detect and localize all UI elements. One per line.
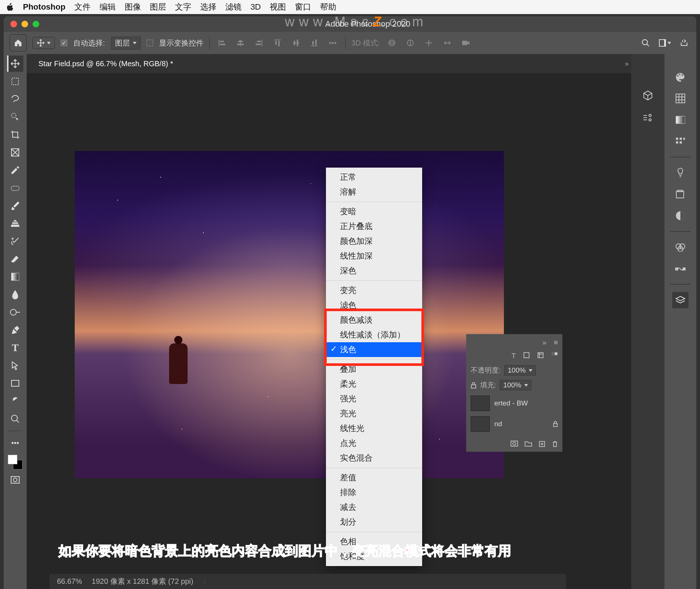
filter-toggle[interactable] [551,352,558,360]
menu-file[interactable]: 文件 [74,1,91,13]
paths-panel-icon[interactable] [672,260,689,277]
pen-tool[interactable] [7,322,23,338]
blend-lighten[interactable]: 变亮 [326,283,422,298]
3d-camera-icon[interactable] [460,37,472,49]
home-button[interactable] [10,34,27,51]
3d-orbit-icon[interactable] [386,37,398,49]
frame-tool[interactable] [7,144,23,161]
3d-roll-icon[interactable] [404,37,417,49]
maximize-window-button[interactable] [33,21,39,27]
eyedropper-tool[interactable] [7,162,23,178]
lock-icon[interactable] [471,382,477,388]
blend-multiply[interactable]: 正片叠底 [326,219,422,234]
align-hcenter-icon[interactable] [234,37,247,49]
blend-dissolve[interactable]: 溶解 [326,185,422,199]
blend-vivid-light[interactable]: 亮光 [326,406,422,421]
add-mask-icon[interactable] [511,441,518,447]
blend-divide[interactable]: 划分 [326,515,422,529]
lasso-tool[interactable] [7,91,23,107]
blend-screen[interactable]: 滤色 [326,298,422,313]
patterns-panel-icon[interactable] [672,133,689,149]
layer-row-bg[interactable]: nd [471,416,558,432]
more-align-icon[interactable]: ••• [327,37,339,49]
apple-icon[interactable] [7,3,14,11]
align-bottom-icon[interactable] [308,37,321,49]
menu-type[interactable]: 文字 [175,1,191,13]
blend-linear-light[interactable]: 线性光 [326,421,422,436]
adjustments-panel-icon[interactable] [672,208,689,224]
menu-layer[interactable]: 图层 [150,1,166,13]
menu-select[interactable]: 选择 [200,1,216,13]
menu-help[interactable]: 帮助 [320,1,336,13]
foreground-color-swatch[interactable] [8,455,17,464]
brush-tool[interactable] [7,198,23,214]
hand-tool[interactable] [7,393,23,409]
eraser-tool[interactable] [7,251,23,267]
clone-stamp-tool[interactable] [7,215,23,232]
shape-tool[interactable] [7,375,23,391]
smartobj-filter-icon[interactable] [537,352,544,360]
blend-normal[interactable]: 正常 [326,170,422,185]
menu-view[interactable]: 视图 [270,1,286,13]
3d-panel-icon[interactable] [640,87,656,104]
type-tool[interactable]: T [7,340,23,356]
auto-select-checkbox[interactable]: ✓ [61,40,67,46]
menu-window[interactable]: 窗口 [295,1,311,13]
blur-tool[interactable] [7,286,23,303]
blend-linear-dodge[interactable]: 线性减淡（添加） [326,327,422,342]
history-brush-tool[interactable] [7,233,23,249]
panel-menu-icon[interactable]: ≡ [554,339,558,347]
minimize-window-button[interactable] [21,21,28,27]
new-group-icon[interactable] [525,441,532,447]
blend-linear-burn[interactable]: 线性加深 [326,249,422,263]
healing-tool[interactable] [7,180,23,196]
gradients-panel-icon[interactable] [672,112,689,128]
swatches-panel-icon[interactable] [672,90,689,107]
blend-exclusion[interactable]: 排除 [326,485,422,500]
blend-color-dodge[interactable]: 颜色减淡 [326,313,422,327]
blend-pin-light[interactable]: 点光 [326,436,422,451]
blend-overlay[interactable]: 叠加 [326,362,422,377]
close-window-button[interactable] [10,21,17,27]
blend-difference[interactable]: 差值 [326,470,422,485]
properties-panel-icon[interactable] [640,110,656,126]
app-name[interactable]: Photoshop [23,2,65,12]
edit-toolbar[interactable]: ••• [7,435,23,451]
canvas[interactable]: 正常 溶解 变暗 正片叠底 颜色加深 线性加深 深色 变亮 滤色 颜色减淡 [27,73,631,589]
zoom-level[interactable]: 66.67% [57,577,82,586]
new-layer-icon[interactable] [539,441,545,447]
document-tab[interactable]: Star Field.psd @ 66.7% (Mesh, RGB/8) * [33,56,179,72]
shape-filter-icon[interactable] [523,352,530,360]
delete-layer-icon[interactable] [552,441,558,447]
channels-panel-icon[interactable] [672,239,689,255]
layer-row[interactable]: erted - BW [471,396,558,411]
doc-info[interactable]: 1920 像素 x 1281 像素 (72 ppi) [92,576,193,586]
blend-lighter-color[interactable]: 浅色 [326,342,422,357]
expand-panels-icon[interactable]: » [542,339,546,347]
blend-subtract[interactable]: 减去 [326,500,422,515]
zoom-tool[interactable] [7,411,23,427]
quick-select-tool[interactable] [7,109,23,125]
blend-darken[interactable]: 变暗 [326,204,422,219]
blend-color-burn[interactable]: 颜色加深 [326,234,422,249]
panel-flyout-icon[interactable]: » [622,60,631,68]
workspace-icon[interactable] [659,37,671,49]
share-icon[interactable] [678,37,690,49]
3d-pan-icon[interactable] [423,37,435,49]
libraries-panel-icon[interactable] [672,186,689,202]
align-right-icon[interactable] [253,37,265,49]
dodge-tool[interactable] [7,304,23,320]
color-panel-icon[interactable] [672,69,689,85]
blend-mode-menu[interactable]: 正常 溶解 变暗 正片叠底 颜色加深 线性加深 深色 变亮 滤色 颜色减淡 [326,168,422,566]
show-transform-checkbox[interactable] [147,40,153,46]
menu-image[interactable]: 图像 [125,1,141,13]
3d-slide-icon[interactable] [441,37,454,49]
menu-edit[interactable]: 编辑 [100,1,116,13]
blend-hard-light[interactable]: 强光 [326,391,422,406]
quick-mask-toggle[interactable] [7,472,23,488]
align-left-icon[interactable] [216,37,228,49]
type-filter-icon[interactable]: T [511,352,516,360]
layers-panel-icon[interactable] [672,292,689,308]
crop-tool[interactable] [7,127,23,143]
fill-field[interactable]: 100% [500,380,531,390]
